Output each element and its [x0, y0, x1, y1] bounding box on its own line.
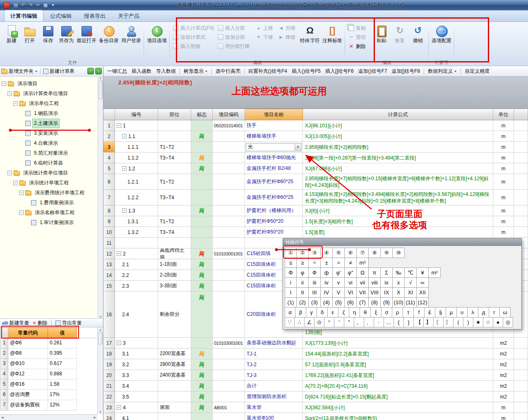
symbol-cell[interactable]: IX — [381, 287, 393, 298]
project-code-cell[interactable] — [213, 270, 245, 281]
const-value-cell[interactable]: 12% — [48, 400, 77, 410]
symbol-cell[interactable]: ⑨ — [381, 248, 393, 258]
code-cell[interactable]: −1.1 — [115, 131, 158, 142]
symbol-cell[interactable]: ° — [324, 317, 334, 327]
popup-title[interactable]: 特殊符号 — [283, 239, 521, 246]
code-cell[interactable]: 1.3.2 — [115, 227, 158, 238]
tree-item[interactable]: 2.土建演示 — [0, 118, 103, 128]
part-cell[interactable]: T3~T4 — [158, 227, 191, 238]
symbol-cell[interactable]: (1) — [285, 297, 297, 308]
const-code-cell[interactable]: @咨询费 — [8, 390, 48, 400]
code-cell[interactable]: −1.3 — [115, 205, 158, 216]
column-header[interactable]: 部位 — [158, 109, 191, 120]
file-button[interactable]: 新建 — [2, 24, 21, 43]
code-cell[interactable] — [115, 238, 158, 248]
project-options-button[interactable]: 项目选项 — [146, 24, 168, 43]
part-cell[interactable]: 高低跨挡土墙 — [158, 248, 191, 259]
row-number[interactable]: 6 — [103, 174, 115, 190]
symbol-cell[interactable]: (2) — [297, 297, 309, 308]
move-item-down-icon[interactable]: ↓ — [95, 68, 102, 74]
symbol-cell[interactable]: (12) — [417, 297, 429, 308]
const-row-number[interactable]: 3 — [0, 359, 8, 369]
toolbar-button[interactable]: 选中行高亮 — [214, 67, 242, 76]
toolbar-button[interactable]: 插入[]括号F6 — [323, 67, 356, 76]
symbol-cell[interactable]: 〗 — [444, 317, 454, 327]
toolbar-button[interactable]: 追加()括号F7 — [356, 67, 389, 76]
unit-cell[interactable]: m — [493, 174, 514, 190]
row-number[interactable]: 22 — [103, 391, 115, 402]
project-code-cell[interactable]: 010103001001 — [213, 248, 245, 259]
const-value-cell[interactable]: 0.617 — [48, 359, 77, 369]
symbol-cell[interactable]: 〖 — [434, 317, 444, 327]
formula-cell[interactable]: D{824.716}[贴边长度]×0.15[翻起高度] — [303, 391, 493, 402]
row-number[interactable]: 12 — [103, 248, 115, 259]
file-button[interactable]: 另存为 — [57, 24, 75, 43]
unit-cell[interactable]: m2 — [493, 381, 514, 391]
project-code-cell[interactable] — [213, 238, 245, 248]
project-code-cell[interactable] — [213, 348, 245, 359]
section-button[interactable]: 添加分部 — [216, 33, 254, 42]
symbol-cell[interactable]: ③ — [309, 248, 321, 258]
const-value-cell[interactable]: 17% — [48, 390, 77, 400]
symbol-cell[interactable]: ε — [328, 307, 338, 317]
symbol-cell[interactable]: μ — [446, 307, 457, 317]
symbol-cell[interactable]: ④ — [321, 248, 333, 258]
code-cell[interactable]: 1.1.2 — [115, 153, 158, 163]
row-number[interactable]: 13 — [103, 259, 115, 270]
name-cell[interactable]: 落水管Φ100 — [245, 413, 303, 420]
symbol-cell[interactable]: ) — [463, 317, 473, 327]
const-value-cell[interactable]: 0.888 — [48, 369, 77, 379]
toolbar-button[interactable]: 数据列定义▼ — [426, 67, 459, 76]
flag-cell[interactable] — [191, 227, 213, 238]
file-button[interactable]: 打开 — [21, 24, 39, 43]
file-button[interactable]: 备份目录 — [98, 24, 120, 43]
row-number[interactable]: 14 — [103, 270, 115, 281]
project-code-cell[interactable] — [213, 131, 245, 142]
flag-cell[interactable] — [191, 291, 213, 338]
section-button[interactable]: 用分部打断 — [216, 42, 254, 51]
formula-cell[interactable]: A{70.2}+B{20.4}+C{734.116} — [303, 381, 493, 391]
combo-dropdown-button[interactable]: ▼ — [295, 144, 301, 150]
symbol-cell[interactable]: ｆ — [414, 307, 425, 317]
toolbar-button[interactable]: 追加[]括号F8 — [390, 67, 422, 76]
row-number[interactable]: 3 — [103, 142, 115, 153]
symbol-cell[interactable]: ω — [500, 307, 511, 317]
row-number[interactable]: 2 — [103, 131, 115, 142]
ribbon-tab[interactable]: 关于产品 — [112, 10, 145, 21]
symbol-cell[interactable]: √ — [405, 277, 417, 288]
symbol-cell[interactable]: α — [285, 307, 295, 317]
symbol-cell[interactable]: λ — [468, 307, 478, 317]
flag-cell[interactable] — [191, 131, 213, 142]
formula-cell[interactable]: 1769.22[底面积]/2.41[条基宽度] — [303, 370, 493, 381]
part-cell[interactable] — [158, 381, 191, 391]
flag-cell[interactable] — [191, 413, 213, 420]
insert-calc-button[interactable]: 插入明细 — [171, 42, 216, 51]
part-cell[interactable] — [158, 391, 191, 402]
symbol-cell[interactable]: ● — [493, 317, 503, 327]
row-number[interactable]: 5 — [103, 163, 115, 174]
project-code-cell[interactable] — [213, 216, 245, 227]
unit-cell[interactable]: m2 — [493, 391, 514, 402]
symbol-cell[interactable]: ‰ — [393, 267, 405, 278]
symbol-cell[interactable]: ≤ — [285, 258, 297, 268]
const-row-number[interactable]: 6 — [0, 390, 8, 400]
symbol-cell[interactable]: I — [285, 287, 297, 298]
code-cell[interactable]: −1 — [115, 120, 158, 131]
code-cell[interactable]: −2 — [115, 248, 158, 259]
flag-cell[interactable] — [191, 381, 213, 391]
symbol-cell[interactable]: ① — [285, 248, 297, 258]
ribbon-tab[interactable]: 报表导出 — [78, 10, 111, 21]
row-number[interactable]: 23 — [103, 402, 115, 413]
symbol-cell[interactable]: (8) — [369, 297, 381, 308]
insert-calc-button[interactable]: 添加计算式 — [171, 33, 216, 42]
symbol-cell[interactable]: д — [478, 307, 489, 317]
toolbar-button[interactable]: 树形显示▼ — [182, 67, 210, 76]
tree-item[interactable]: 5.简汇对量演示 — [0, 148, 103, 158]
symbol-cell[interactable]: £ — [425, 307, 435, 317]
column-header[interactable]: 编号 — [115, 109, 158, 120]
flag-cell[interactable] — [191, 216, 213, 227]
symbol-cell[interactable]: φ″ — [345, 267, 357, 278]
formula-cell[interactable]: 154.44[底面积]/2.2[条基宽度] — [303, 348, 493, 359]
flag-cell[interactable] — [191, 153, 213, 163]
const-row-number[interactable]: 4 — [0, 369, 8, 379]
